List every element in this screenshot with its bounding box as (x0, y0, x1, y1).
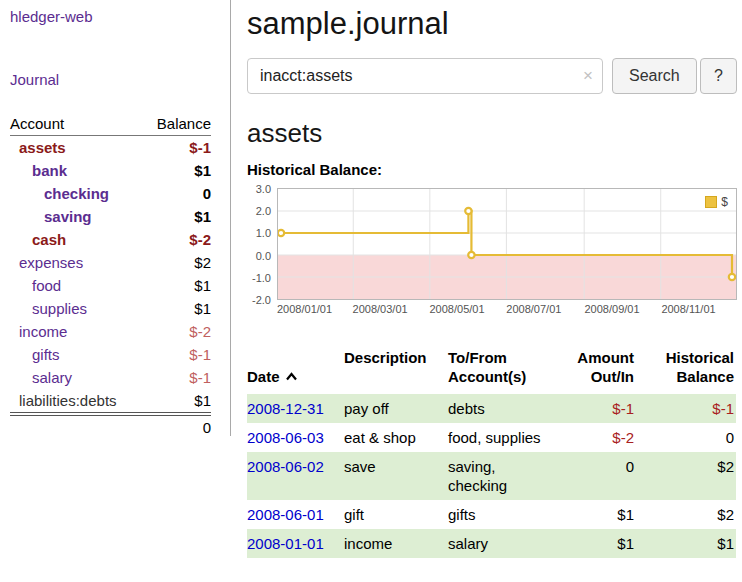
transaction-amount: $1 (556, 500, 636, 529)
x-tick: 2008/11/01 (661, 303, 715, 315)
transaction-accounts: saving, checking (448, 452, 556, 500)
transaction-amount: $-2 (556, 423, 636, 452)
transaction-amount: $-1 (556, 394, 636, 423)
register-header-date[interactable]: Date (247, 343, 344, 394)
sort-ascending-icon (285, 372, 298, 381)
account-row: cash $-2 (10, 228, 211, 251)
legend-swatch-icon (705, 196, 717, 208)
y-tick: -1.0 (252, 272, 271, 284)
app-title-link[interactable]: hledger-web (10, 8, 211, 25)
transaction-balance: 0 (636, 423, 736, 452)
register-table: Date Description To/From Account(s) Amou… (247, 343, 736, 558)
register-row: 2008-01-01 income salary $1 $1 (247, 529, 736, 558)
account-balance: $-2 (189, 228, 211, 251)
transaction-description: income (344, 529, 448, 558)
account-balance: $1 (194, 389, 211, 412)
y-tick: 1.0 (256, 227, 271, 239)
transaction-accounts: food, supplies (448, 423, 556, 452)
register-header-tofrom: To/From Account(s) (448, 343, 556, 394)
transaction-description: eat & shop (344, 423, 448, 452)
account-row: salary $-1 (10, 366, 211, 389)
sidebar-item-journal[interactable]: Journal (10, 71, 211, 88)
account-row: assets $-1 (10, 136, 211, 159)
search-bar: × Search ? (247, 58, 737, 94)
account-link-expenses[interactable]: expenses (10, 251, 83, 274)
chart-y-axis: 3.0 2.0 1.0 0.0 -1.0 -2.0 (247, 188, 277, 300)
account-link-salary[interactable]: salary (10, 366, 72, 389)
account-link-liabilities-debts[interactable]: liabilities:debts (10, 389, 117, 412)
x-tick: 2008/09/01 (585, 303, 640, 315)
account-link-saving[interactable]: saving (10, 205, 92, 228)
transaction-balance: $-1 (636, 394, 736, 423)
transaction-date-link[interactable]: 2008-01-01 (247, 535, 324, 552)
register-header-amount: Amount Out/In (556, 343, 636, 394)
account-link-gifts[interactable]: gifts (10, 343, 60, 366)
transaction-balance: $2 (636, 452, 736, 500)
transaction-date-link[interactable]: 2008-12-31 (247, 400, 324, 417)
account-link-assets[interactable]: assets (10, 136, 66, 159)
account-link-checking[interactable]: checking (10, 182, 109, 205)
accounts-total-row: 0 (10, 412, 211, 439)
account-row: supplies $1 (10, 297, 211, 320)
clear-search-icon[interactable]: × (583, 67, 593, 84)
transaction-balance: $2 (636, 500, 736, 529)
account-row: expenses $2 (10, 251, 211, 274)
x-tick: 2008/05/01 (429, 303, 484, 315)
account-heading: assets (247, 118, 737, 149)
account-balance: 0 (203, 182, 211, 205)
account-row: bank $1 (10, 159, 211, 182)
transaction-date-link[interactable]: 2008-06-01 (247, 506, 324, 523)
account-balance: $-2 (189, 320, 211, 343)
chart-canvas (278, 189, 736, 299)
transaction-description: pay off (344, 394, 448, 423)
transaction-date-link[interactable]: 2008-06-03 (247, 429, 324, 446)
account-row: liabilities:debts $1 (10, 389, 211, 412)
account-balance: $-1 (189, 343, 211, 366)
accounts-header: Account Balance (10, 112, 211, 136)
page: hledger-web Journal Account Balance asse… (0, 0, 742, 558)
transaction-balance: $1 (636, 529, 736, 558)
transaction-accounts: gifts (448, 500, 556, 529)
page-title: sample.journal (247, 6, 737, 42)
chart-x-axis: 2008/01/01 2008/03/01 2008/05/01 2008/07… (277, 300, 737, 317)
account-balance: $1 (194, 159, 211, 182)
account-link-supplies[interactable]: supplies (10, 297, 87, 320)
account-link-food[interactable]: food (10, 274, 61, 297)
account-link-income[interactable]: income (10, 320, 67, 343)
account-row: food $1 (10, 274, 211, 297)
accounts-header-balance: Balance (157, 112, 211, 135)
search-button[interactable]: Search (612, 58, 697, 94)
accounts-total-value: 0 (203, 416, 211, 439)
account-balance: $1 (194, 274, 211, 297)
register-row: 2008-12-31 pay off debts $-1 $-1 (247, 394, 736, 423)
y-tick: -2.0 (252, 294, 271, 306)
chart-title: Historical Balance: (247, 161, 737, 178)
date-header-label: Date (247, 368, 280, 385)
register-header-row: Date Description To/From Account(s) Amou… (247, 343, 736, 394)
legend-label: $ (721, 195, 728, 209)
register-header-balance: Historical Balance (636, 343, 736, 394)
transaction-amount: 0 (556, 452, 636, 500)
main-content: sample.journal × Search ? assets Histori… (231, 0, 742, 558)
account-balance: $1 (194, 205, 211, 228)
historical-balance-chart: 3.0 2.0 1.0 0.0 -1.0 -2.0 (247, 188, 737, 300)
account-link-cash[interactable]: cash (10, 228, 66, 251)
y-tick: 2.0 (256, 205, 271, 217)
search-input[interactable] (247, 58, 603, 94)
register-row: 2008-06-02 save saving, checking 0 $2 (247, 452, 736, 500)
account-row: checking 0 (10, 182, 211, 205)
transaction-date-link[interactable]: 2008-06-02 (247, 458, 324, 475)
account-row: saving $1 (10, 205, 211, 228)
account-link-bank[interactable]: bank (10, 159, 67, 182)
register-header-description: Description (344, 343, 448, 394)
account-balance: $-1 (189, 366, 211, 389)
help-button[interactable]: ? (700, 58, 737, 94)
transaction-description: save (344, 452, 448, 500)
x-tick: 2008/03/01 (353, 303, 408, 315)
chart-legend: $ (702, 194, 731, 210)
register-row: 2008-06-03 eat & shop food, supplies $-2… (247, 423, 736, 452)
chart-plot-area: $ (277, 188, 737, 300)
transaction-description: gift (344, 500, 448, 529)
accounts-header-account: Account (10, 112, 64, 135)
account-row: gifts $-1 (10, 343, 211, 366)
